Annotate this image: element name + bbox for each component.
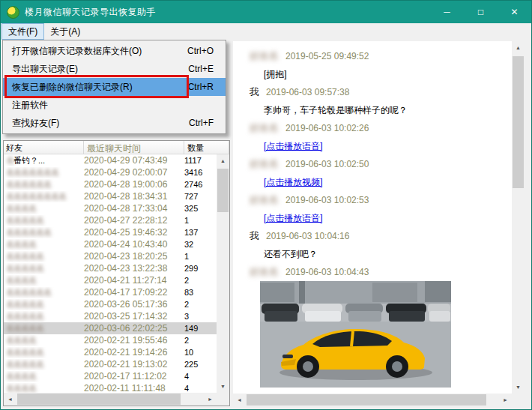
play-media-link[interactable]: [点击播放语音] [264, 212, 323, 225]
scroll-up-icon[interactable]: ▲ [217, 154, 229, 167]
chat-vertical-scrollbar[interactable]: ▲ ▼ [512, 41, 525, 394]
last-chat-time: 2020-04-23 13:22:38 [84, 263, 184, 274]
friend-row[interactable]: 名名名名2020-04-21 11:27:142 [4, 274, 217, 286]
menubar-item[interactable]: 关于(A) [44, 23, 86, 40]
chat-image-car-photo[interactable] [260, 281, 451, 388]
friend-name-cell: 名名名名 [4, 383, 84, 394]
titlebar: 楼月微信聊天记录导出恢复助手 ─ □ ✕ [1, 1, 531, 23]
friend-row[interactable]: 名名名名名2020-03-26 05:17:362 [4, 298, 217, 310]
column-header-last-chat-time[interactable]: 最近聊天时间 [84, 141, 184, 154]
redacted-sender-name: 好友名 [250, 49, 279, 63]
message-count: 1 [184, 216, 217, 225]
message-count: 10 [184, 348, 217, 357]
file-menu-item[interactable]: 查找好友(F)Ctrl+F [3, 114, 226, 132]
redacted-friend-name: 名名名名名名 [6, 228, 51, 237]
friend-name-cell: 名名名名名 [4, 251, 84, 262]
chat-message: 好友名2019-06-03 10:04:43 [250, 263, 512, 388]
friend-row[interactable]: 名名名名名2020-02-21 19:13:02225 [4, 358, 217, 370]
message-body: [拥抱] [250, 65, 512, 83]
chat-horizontal-scrollbar[interactable]: ◄ ► [233, 394, 512, 406]
message-header: 我2019-06-03 10:04:16 [250, 227, 512, 245]
friend-row[interactable]: 名名名名2020-02-11 11:11:484 [4, 382, 217, 393]
chat-message: 好友名2019-06-03 10:02:50[点击播放视频] [250, 155, 512, 191]
menu-item-shortcut: Ctrl+E [188, 64, 217, 74]
message-count: 225 [184, 360, 217, 369]
friends-hscroll-thumb[interactable] [17, 394, 181, 405]
friends-vertical-scrollbar[interactable]: ▲ ▼ [217, 154, 229, 393]
friends-horizontal-scrollbar[interactable]: ◄ ► [4, 393, 217, 406]
file-menu-item[interactable]: 注册软件 [3, 96, 226, 114]
friend-row[interactable]: 名名名名名名2020-04-17 17:09:2283 [4, 286, 217, 298]
message-count: 2746 [184, 180, 217, 189]
redacted-friend-name: 名名名名 [6, 240, 36, 249]
message-header: 好友名2019-05-25 09:49:52 [250, 47, 512, 65]
last-chat-time: 2020-04-17 17:09:22 [84, 287, 184, 298]
message-text: [拥抱] [264, 68, 287, 81]
redacted-friend-name: 名名名名名 [6, 264, 43, 273]
friends-vscroll-thumb[interactable] [217, 169, 229, 212]
scroll-down-icon[interactable]: ▼ [217, 380, 229, 393]
friend-row[interactable]: 名名名名名2020-03-06 22:02:25149 [4, 322, 217, 334]
file-menu-item[interactable]: 恢复已删除的微信聊天记录(R)Ctrl+R [3, 78, 226, 96]
friend-row[interactable]: 名番钓？...2020-04-29 07:43:491117 [4, 154, 217, 166]
column-header-count[interactable]: 数量 [184, 141, 229, 154]
friend-name-cell: 名名名名 [4, 275, 84, 286]
play-media-link[interactable]: [点击播放视频] [264, 176, 323, 189]
message-body: 李帅哥，车子轮毂是哪种样子的呢？ [250, 101, 512, 119]
chat-messages: 好友名2019-05-25 09:49:52[拥抱]我2019-06-03 09… [233, 41, 512, 394]
column-header-friend[interactable]: 好友 [4, 141, 84, 154]
window-title: 楼月微信聊天记录导出恢复助手 [25, 6, 156, 19]
friend-row[interactable]: 名名名名名2020-04-27 22:28:121 [4, 214, 217, 226]
scroll-right-icon[interactable]: ► [499, 394, 512, 406]
friend-row[interactable]: 名名名名名2020-04-23 13:22:38299 [4, 262, 217, 274]
friend-name-cell: 名名名名名名名名 [4, 191, 84, 202]
friend-row[interactable]: 名名名名2020-04-28 17:33:04325 [4, 202, 217, 214]
scroll-left-icon[interactable]: ◄ [233, 394, 246, 406]
friend-row[interactable]: 名名名名2020-02-17 11:12:024 [4, 370, 217, 382]
chat-hscroll-thumb[interactable] [247, 394, 486, 406]
scroll-up-icon[interactable]: ▲ [512, 41, 525, 54]
last-chat-time: 2020-04-28 19:00:06 [84, 179, 184, 190]
friend-row[interactable]: 名名名名2020-04-24 10:43:4032 [4, 238, 217, 250]
message-count: 149 [184, 324, 217, 333]
message-count: 2 [184, 276, 217, 285]
redacted-sender-name: 好友名 [250, 121, 279, 135]
play-media-link[interactable]: [点击播放语音] [264, 140, 323, 153]
redacted-friend-name: 名名名名名 [6, 216, 43, 225]
message-body: [点击播放视频] [250, 173, 512, 191]
file-menu-item[interactable]: 导出聊天记录(E)Ctrl+E [3, 60, 226, 78]
menubar-item[interactable]: 文件(F) [1, 23, 44, 40]
redacted-friend-name: 名名名名 [6, 384, 36, 393]
friend-row[interactable]: 名名名名名名名2020-04-29 02:00:073416 [4, 166, 217, 178]
chat-vscroll-thumb[interactable] [513, 56, 524, 188]
friend-row[interactable]: 名名名名名名名名2020-04-28 18:34:31727 [4, 190, 217, 202]
last-chat-time: 2020-03-26 05:17:36 [84, 299, 184, 310]
chat-message: 好友名2019-06-03 10:02:53[点击播放语音] [250, 191, 512, 227]
last-chat-time: 2020-02-21 19:14:26 [84, 347, 184, 358]
friend-name-cell: 名名名名 [4, 371, 84, 382]
friend-row[interactable]: 名名名名名2020-04-23 18:20:251 [4, 250, 217, 262]
message-count: 1117 [184, 156, 217, 165]
friend-row[interactable]: 名名名名名2020-02-21 19:14:2610 [4, 346, 217, 358]
file-menu-item[interactable]: 打开微信聊天记录数据库文件(O)Ctrl+O [3, 42, 226, 60]
friend-row[interactable]: 名名名名2020-02-21 19:55:462 [4, 334, 217, 346]
scroll-right-icon[interactable]: ► [204, 393, 217, 406]
message-timestamp: 2019-06-03 10:02:26 [285, 123, 369, 133]
minimize-button[interactable]: ─ [430, 1, 464, 23]
menu-item-label: 查找好友(F) [12, 117, 59, 130]
last-chat-time: 2020-02-17 11:12:02 [84, 371, 184, 382]
message-count: 4 [184, 384, 217, 393]
friend-row[interactable]: 名名名名名名2020-04-25 19:46:32137 [4, 226, 217, 238]
scroll-left-icon[interactable]: ◄ [4, 393, 16, 406]
redacted-friend-name: 名名名名 [6, 372, 36, 381]
friend-row[interactable]: 名名名名名2020-03-25 17:14:323 [4, 310, 217, 322]
message-header: 好友名2019-06-03 10:02:50 [250, 155, 512, 173]
scroll-down-icon[interactable]: ▼ [512, 381, 525, 394]
maximize-button[interactable]: □ [464, 1, 498, 23]
menu-item-label: 注册软件 [12, 99, 48, 112]
close-button[interactable]: ✕ [498, 1, 531, 23]
message-count: 137 [184, 228, 217, 237]
redacted-friend-name: 名名名名 [6, 336, 36, 345]
friend-row[interactable]: 名名名名名名2020-04-28 19:00:062746 [4, 178, 217, 190]
redacted-friend-name: 名名名名名 [6, 300, 43, 309]
